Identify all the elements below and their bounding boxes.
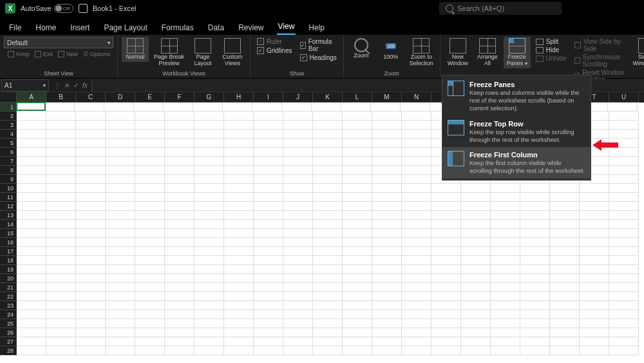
cell[interactable]: [609, 301, 639, 310]
row-header-19[interactable]: 19: [0, 265, 17, 274]
cell[interactable]: [17, 139, 46, 148]
cell[interactable]: [313, 328, 343, 337]
cell[interactable]: [313, 265, 343, 274]
cell[interactable]: [431, 328, 461, 337]
cell[interactable]: [46, 256, 76, 265]
cell[interactable]: [254, 157, 283, 166]
cell[interactable]: [76, 139, 106, 148]
cell[interactable]: [580, 256, 609, 265]
cell[interactable]: [402, 265, 431, 274]
cell[interactable]: [224, 211, 254, 220]
cell[interactable]: [17, 310, 46, 319]
cell[interactable]: [106, 121, 135, 130]
cell[interactable]: [283, 229, 313, 238]
cell[interactable]: [461, 247, 491, 256]
cell[interactable]: [609, 112, 639, 121]
cell[interactable]: [313, 157, 343, 166]
cell[interactable]: [520, 283, 550, 292]
cell[interactable]: [580, 310, 609, 319]
formula-bar-checkbox[interactable]: Formula Bar: [300, 38, 337, 52]
cell[interactable]: [254, 193, 283, 202]
cell[interactable]: [372, 319, 402, 328]
cell[interactable]: [17, 220, 46, 229]
cell[interactable]: [283, 337, 313, 346]
cell[interactable]: [609, 319, 639, 328]
row-header-21[interactable]: 21: [0, 283, 17, 292]
cell[interactable]: [76, 301, 106, 310]
cell[interactable]: [194, 193, 224, 202]
cell[interactable]: [224, 184, 254, 193]
cell[interactable]: [283, 265, 313, 274]
select-all-corner[interactable]: [0, 92, 17, 103]
cell[interactable]: [194, 175, 224, 184]
cell[interactable]: [224, 328, 254, 337]
cell[interactable]: [165, 247, 194, 256]
cell[interactable]: [254, 256, 283, 265]
cell[interactable]: [372, 157, 402, 166]
custom-views-button[interactable]: Custom Views: [219, 37, 246, 68]
cell[interactable]: [372, 139, 402, 148]
col-header-N[interactable]: N: [402, 92, 431, 103]
freeze-panes-menuitem[interactable]: Freeze Panes Keep rows and columns visib…: [442, 77, 591, 116]
cell[interactable]: [76, 328, 106, 337]
cell[interactable]: [165, 157, 194, 166]
cell[interactable]: [194, 130, 224, 139]
cell[interactable]: [165, 346, 194, 355]
cell[interactable]: [135, 319, 165, 328]
cell[interactable]: [135, 211, 165, 220]
tab-home[interactable]: Home: [34, 21, 57, 35]
cell[interactable]: [165, 310, 194, 319]
cell[interactable]: [491, 337, 520, 346]
arrange-all-button[interactable]: Arrange All: [474, 37, 501, 68]
cell[interactable]: [46, 220, 76, 229]
cell[interactable]: [106, 310, 135, 319]
row-header-28[interactable]: 28: [0, 346, 17, 355]
cell[interactable]: [520, 220, 550, 229]
cell[interactable]: [372, 184, 402, 193]
cell[interactable]: [46, 265, 76, 274]
save-icon[interactable]: [79, 4, 88, 13]
cell[interactable]: [461, 310, 491, 319]
cell[interactable]: [135, 292, 165, 301]
cell[interactable]: [609, 220, 639, 229]
cell[interactable]: [283, 193, 313, 202]
cell[interactable]: [46, 202, 76, 211]
cell[interactable]: [372, 256, 402, 265]
cell[interactable]: [224, 202, 254, 211]
cell[interactable]: [224, 166, 254, 175]
cell[interactable]: [491, 301, 520, 310]
cell[interactable]: [609, 229, 639, 238]
cell[interactable]: [343, 175, 372, 184]
cell[interactable]: [76, 157, 106, 166]
cell[interactable]: [580, 220, 609, 229]
cell[interactable]: [106, 175, 135, 184]
page-layout-button[interactable]: Page Layout: [189, 37, 216, 68]
cell[interactable]: [135, 157, 165, 166]
cell[interactable]: [254, 130, 283, 139]
cell[interactable]: [194, 202, 224, 211]
cell[interactable]: [283, 283, 313, 292]
cell[interactable]: [461, 193, 491, 202]
cell[interactable]: [17, 319, 46, 328]
cell[interactable]: [46, 184, 76, 193]
cell[interactable]: [135, 337, 165, 346]
cell[interactable]: [194, 310, 224, 319]
cell[interactable]: [550, 301, 580, 310]
cell[interactable]: [312, 103, 341, 112]
cell[interactable]: [461, 238, 491, 247]
cell[interactable]: [165, 256, 194, 265]
cell[interactable]: [431, 220, 461, 229]
cell[interactable]: [372, 229, 402, 238]
cell[interactable]: [194, 166, 224, 175]
hide-button[interactable]: Hide: [536, 46, 567, 54]
cell[interactable]: [343, 211, 372, 220]
cell[interactable]: [194, 301, 224, 310]
cell[interactable]: [165, 184, 194, 193]
cell[interactable]: [165, 238, 194, 247]
split-button[interactable]: Split: [536, 38, 567, 45]
cell[interactable]: [402, 148, 431, 157]
cell[interactable]: [313, 247, 343, 256]
cell[interactable]: [164, 103, 193, 112]
cell[interactable]: [313, 238, 343, 247]
cell[interactable]: [46, 130, 76, 139]
